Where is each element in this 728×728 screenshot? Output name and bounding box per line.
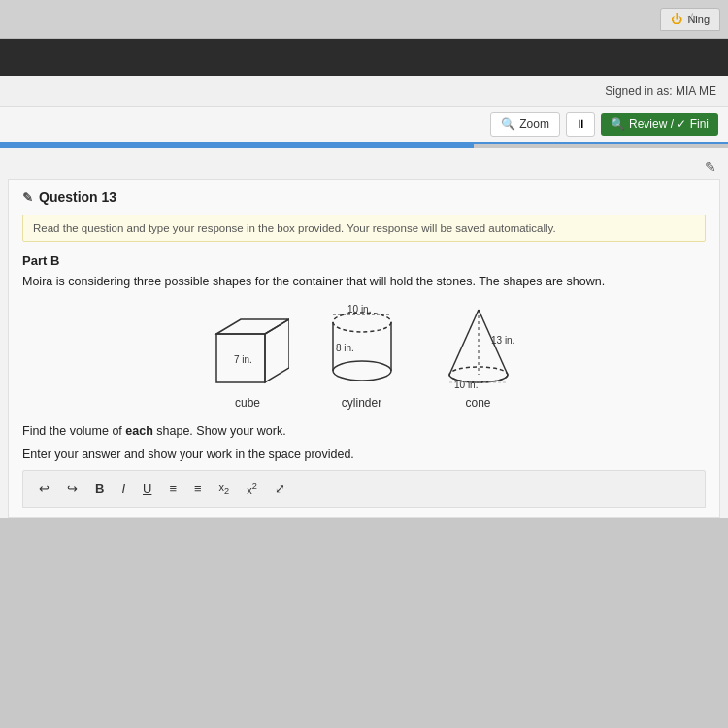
subscript-button[interactable]: x2 (214, 479, 236, 499)
username-display: MIA ME (676, 84, 716, 98)
cube-shape-item: 7 in. cube (207, 314, 289, 410)
cone-label: cone (465, 396, 490, 410)
cube-label: cube (235, 396, 260, 410)
zoom-button[interactable]: 🔍 Zoom (490, 112, 560, 137)
zoom-search-icon: 🔍 (501, 117, 515, 131)
instruction-line-2: Enter your answer and show your work in … (22, 445, 706, 464)
outdent-button[interactable]: ≡ (188, 479, 208, 499)
svg-line-11 (449, 310, 479, 375)
top-navigation-bar (0, 39, 728, 76)
cylinder-shape-item: 10 in. 8 in. cylinder (318, 305, 406, 410)
svg-text:8 in.: 8 in. (336, 343, 354, 353)
browser-chrome: ⏻ Ning ☆ (0, 0, 728, 39)
svg-point-7 (333, 361, 391, 381)
cylinder-label: cylinder (342, 396, 381, 410)
pause-button[interactable]: ⏸ (566, 112, 595, 137)
question-number: Question 13 (39, 189, 116, 205)
svg-marker-2 (265, 319, 289, 382)
review-finish-button[interactable]: 🔍 Review / ✓ Fini (601, 113, 718, 136)
cylinder-svg: 10 in. 8 in. (318, 305, 406, 392)
expand-button[interactable]: ⤢ (269, 479, 291, 499)
cone-svg: 13 in. 10 in. (435, 305, 522, 392)
bookmark-star-icon[interactable]: ☆ (686, 10, 699, 25)
emphasis-each: each (125, 424, 153, 438)
superscript-button[interactable]: x2 (241, 479, 263, 499)
underline-button[interactable]: U (137, 479, 157, 499)
cube-svg: 7 in. (207, 314, 289, 392)
zoom-label: Zoom (519, 117, 549, 131)
svg-text:13 in.: 13 in. (491, 335, 514, 346)
question-section: ✎ Question 13 Read the question and type… (8, 179, 720, 518)
pencil-icon: ✎ (22, 190, 33, 205)
bold-button[interactable]: B (89, 479, 110, 499)
question-body-text: Moira is considering three possible shap… (22, 273, 706, 291)
question-title-row: ✎ Question 13 (22, 189, 706, 205)
italic-button[interactable]: I (116, 479, 131, 499)
info-text: Read the question and type your response… (33, 222, 556, 234)
svg-text:7 in.: 7 in. (234, 354, 252, 365)
main-content: ✎ ✎ Question 13 Read the question and ty… (0, 148, 728, 518)
redo-button[interactable]: ↪ (61, 479, 83, 499)
shapes-row: 7 in. cube 10 in. 8 in (22, 305, 706, 410)
edit-icon-row: ✎ (0, 155, 728, 179)
info-box: Read the question and type your response… (22, 215, 706, 242)
svg-text:10 in.: 10 in. (347, 305, 371, 314)
pause-icon: ⏸ (575, 117, 586, 131)
cone-shape-item: 13 in. 10 in. cone (435, 305, 522, 410)
review-label: Review / ✓ Fini (629, 117, 709, 131)
svg-point-4 (333, 313, 391, 332)
undo-button[interactable]: ↩ (33, 479, 55, 499)
edit-icon[interactable]: ✎ (705, 159, 716, 175)
action-toolbar: 🔍 Zoom ⏸ 🔍 Review / ✓ Fini (0, 107, 728, 144)
instruction-line-1: Find the volume of each shape. Show your… (22, 421, 706, 441)
svg-text:10 in.: 10 in. (454, 380, 478, 390)
signin-bar: Signed in as: MIA ME (0, 76, 728, 107)
part-label: Part B (22, 253, 706, 268)
review-search-icon: 🔍 (611, 117, 625, 131)
indent-button[interactable]: ≡ (163, 479, 182, 499)
signed-in-label: Signed in as: (605, 84, 672, 98)
tab-icon: ⏻ (671, 13, 682, 26)
editor-toolbar: ↩ ↪ B I U ≡ ≡ x2 x2 ⤢ (22, 470, 706, 508)
